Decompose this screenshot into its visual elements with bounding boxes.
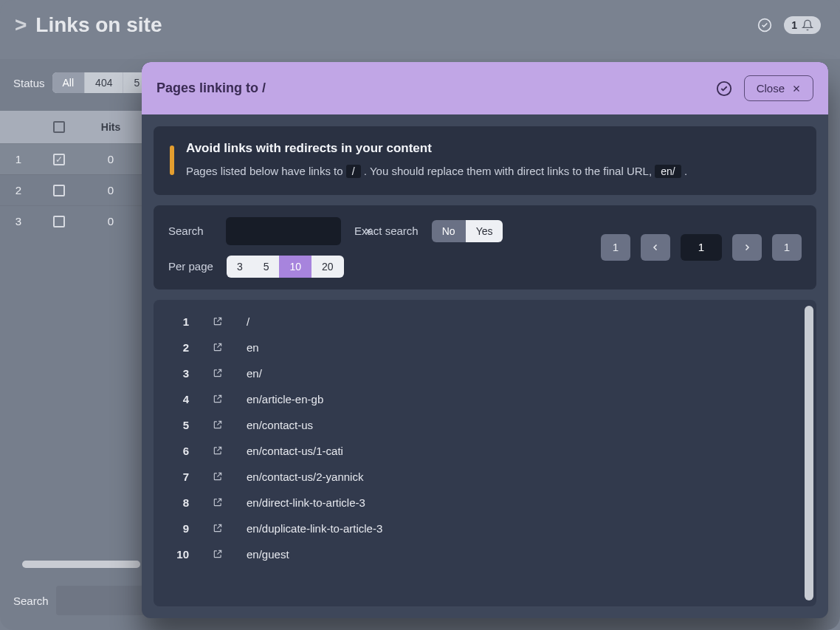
list-url: en/duplicate-link-to-article-3	[247, 522, 805, 535]
page-title: Links on site	[35, 13, 162, 37]
results-list: 1/2en3en/4en/article-en-gb5en/contact-us…	[154, 300, 816, 607]
status-ok-icon[interactable]	[716, 81, 732, 97]
page-next-button[interactable]	[732, 234, 762, 261]
external-link-icon[interactable]	[211, 316, 224, 326]
exact-search-label: Exact search	[354, 225, 419, 237]
row-index: 2	[0, 184, 37, 196]
status-tabs: All 404 5	[52, 72, 151, 93]
list-item[interactable]: 9en/duplicate-link-to-article-3	[165, 516, 809, 541]
external-link-icon[interactable]	[211, 420, 224, 430]
list-item[interactable]: 5en/contact-us	[165, 412, 809, 438]
alert-accent-bar	[170, 145, 174, 175]
list-item[interactable]: 6en/contact-us/1-cati	[165, 438, 809, 464]
row-hits: 0	[81, 184, 140, 196]
list-item[interactable]: 2en	[165, 335, 809, 360]
top-bar: > Links on site 1	[0, 0, 840, 50]
row-checkbox[interactable]	[53, 154, 65, 165]
list-item[interactable]: 10en/guest	[165, 541, 809, 567]
exact-yes-option[interactable]: Yes	[466, 220, 503, 242]
external-link-icon[interactable]	[211, 368, 224, 378]
page-last-button[interactable]: 1	[772, 234, 802, 261]
notification-pill[interactable]: 1	[784, 16, 821, 34]
page-prev-button[interactable]	[641, 234, 670, 261]
alert-text-part: .	[684, 165, 687, 177]
list-item[interactable]: 1/	[165, 309, 809, 335]
per-page-5[interactable]: 5	[253, 256, 280, 278]
table-row[interactable]: 1 0	[0, 143, 148, 174]
alert-title: Avoid links with redirects in your conte…	[186, 141, 800, 156]
redirect-warning-alert: Avoid links with redirects in your conte…	[154, 126, 816, 195]
list-index: 1	[170, 315, 189, 328]
select-all-checkbox[interactable]	[53, 121, 65, 133]
close-label: Close	[757, 82, 785, 95]
external-link-icon[interactable]	[211, 394, 224, 404]
list-index: 7	[170, 470, 189, 483]
list-url: en/contact-us	[247, 419, 805, 431]
list-item[interactable]: 7en/contact-us/2-yannick	[165, 464, 809, 490]
status-ok-icon[interactable]	[756, 16, 774, 34]
list-index: 3	[170, 367, 189, 380]
list-item[interactable]: 8en/direct-link-to-article-3	[165, 490, 809, 516]
list-index: 2	[170, 341, 189, 354]
table-row[interactable]: 2 0	[0, 174, 148, 205]
vertical-scrollbar[interactable]	[805, 306, 813, 601]
row-checkbox[interactable]	[53, 216, 65, 227]
external-link-icon[interactable]	[211, 471, 224, 482]
per-page-10[interactable]: 10	[279, 256, 311, 278]
linking-pages-modal: Pages linking to / Close Avoid links wit…	[142, 62, 828, 618]
search-label: Search	[168, 225, 213, 237]
background-table: Hits 1 0 2 0 3 0	[0, 111, 148, 236]
external-link-icon[interactable]	[211, 445, 224, 456]
external-link-icon[interactable]	[211, 497, 224, 507]
per-page-label: Per page	[168, 260, 213, 273]
page-first-button[interactable]: 1	[601, 234, 630, 261]
col-hits[interactable]: Hits	[81, 121, 140, 133]
list-item[interactable]: 4en/article-en-gb	[165, 386, 809, 412]
list-url: en/	[247, 367, 805, 380]
external-link-icon[interactable]	[211, 549, 224, 559]
status-tab-404[interactable]: 404	[85, 72, 123, 93]
list-item[interactable]: 3en/	[165, 360, 809, 386]
notification-count: 1	[791, 19, 797, 31]
breadcrumb[interactable]: > Links on site	[15, 13, 162, 37]
chevron-left-icon	[651, 243, 660, 252]
bg-search-input[interactable]	[56, 586, 145, 615]
list-url: en/guest	[247, 548, 805, 561]
page-current-button[interactable]: 1	[681, 234, 722, 261]
bg-search-label: Search	[13, 595, 49, 607]
list-index: 10	[170, 548, 189, 561]
status-tab-all[interactable]: All	[52, 72, 86, 93]
exact-search-toggle: No Yes	[432, 220, 503, 242]
search-input[interactable]	[235, 225, 364, 237]
pager: 1 1 1	[601, 234, 802, 261]
list-url: en/contact-us/2-yannick	[247, 470, 805, 483]
list-url: en/article-en-gb	[247, 393, 805, 405]
list-index: 4	[170, 393, 189, 405]
source-url-chip: /	[346, 165, 361, 178]
modal-title: Pages linking to /	[156, 81, 266, 96]
list-index: 5	[170, 419, 189, 431]
list-index: 6	[170, 445, 189, 457]
modal-header: Pages linking to / Close	[142, 62, 828, 114]
row-hits: 0	[81, 215, 140, 227]
per-page-3[interactable]: 3	[227, 256, 253, 278]
external-link-icon[interactable]	[211, 342, 224, 352]
table-row[interactable]: 3 0	[0, 205, 148, 236]
status-filter-label: Status	[13, 77, 45, 89]
row-index: 1	[0, 153, 37, 165]
row-checkbox[interactable]	[53, 185, 65, 196]
external-link-icon[interactable]	[211, 523, 224, 533]
per-page-20[interactable]: 20	[311, 256, 344, 278]
filters-panel: Search Exact search No Yes	[154, 205, 816, 290]
close-button[interactable]: Close	[744, 75, 813, 101]
horizontal-scrollbar[interactable]	[22, 561, 140, 568]
list-url: en/direct-link-to-article-3	[247, 496, 805, 509]
alert-text-part: . You should replace them with direct li…	[364, 165, 655, 177]
list-index: 9	[170, 522, 189, 535]
row-index: 3	[0, 215, 37, 227]
list-url: /	[247, 315, 805, 328]
list-index: 8	[170, 496, 189, 509]
exact-no-option[interactable]: No	[432, 220, 466, 242]
close-icon	[792, 84, 801, 93]
results-list-container: 1/2en3en/4en/article-en-gb5en/contact-us…	[154, 300, 816, 607]
